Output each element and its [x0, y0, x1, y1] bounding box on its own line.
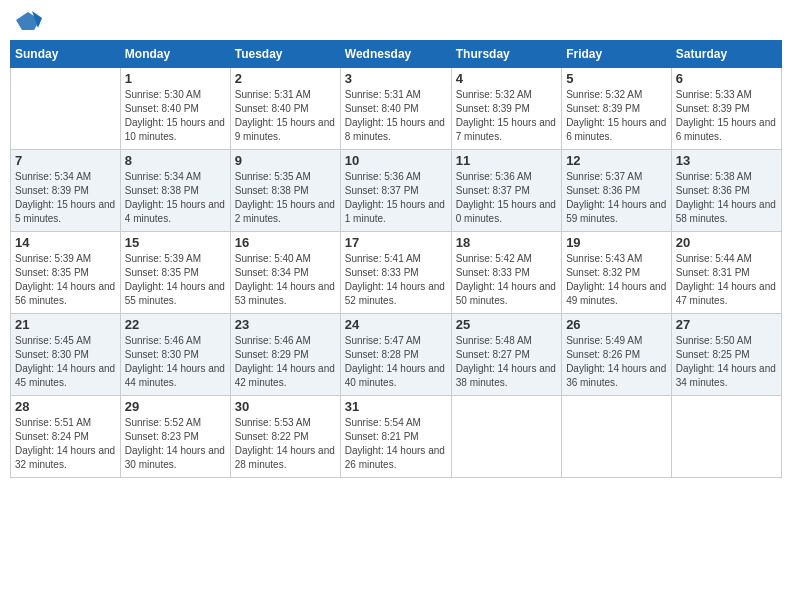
day-number: 28: [15, 399, 116, 414]
day-number: 27: [676, 317, 777, 332]
calendar-cell: 4Sunrise: 5:32 AMSunset: 8:39 PMDaylight…: [451, 68, 561, 150]
calendar-cell: 2Sunrise: 5:31 AMSunset: 8:40 PMDaylight…: [230, 68, 340, 150]
day-info: Sunrise: 5:30 AMSunset: 8:40 PMDaylight:…: [125, 88, 226, 144]
header-saturday: Saturday: [671, 41, 781, 68]
calendar-cell: 14Sunrise: 5:39 AMSunset: 8:35 PMDayligh…: [11, 232, 121, 314]
calendar-cell: 13Sunrise: 5:38 AMSunset: 8:36 PMDayligh…: [671, 150, 781, 232]
day-number: 23: [235, 317, 336, 332]
calendar-cell: 19Sunrise: 5:43 AMSunset: 8:32 PMDayligh…: [562, 232, 672, 314]
day-info: Sunrise: 5:37 AMSunset: 8:36 PMDaylight:…: [566, 170, 667, 226]
calendar-cell: 20Sunrise: 5:44 AMSunset: 8:31 PMDayligh…: [671, 232, 781, 314]
header-monday: Monday: [120, 41, 230, 68]
calendar-cell: 7Sunrise: 5:34 AMSunset: 8:39 PMDaylight…: [11, 150, 121, 232]
header-row: SundayMondayTuesdayWednesdayThursdayFrid…: [11, 41, 782, 68]
logo: [14, 10, 46, 32]
day-info: Sunrise: 5:47 AMSunset: 8:28 PMDaylight:…: [345, 334, 447, 390]
day-info: Sunrise: 5:50 AMSunset: 8:25 PMDaylight:…: [676, 334, 777, 390]
calendar-table: SundayMondayTuesdayWednesdayThursdayFrid…: [10, 40, 782, 478]
day-info: Sunrise: 5:48 AMSunset: 8:27 PMDaylight:…: [456, 334, 557, 390]
day-number: 16: [235, 235, 336, 250]
day-info: Sunrise: 5:36 AMSunset: 8:37 PMDaylight:…: [345, 170, 447, 226]
day-number: 3: [345, 71, 447, 86]
calendar-cell: 10Sunrise: 5:36 AMSunset: 8:37 PMDayligh…: [340, 150, 451, 232]
calendar-cell: 31Sunrise: 5:54 AMSunset: 8:21 PMDayligh…: [340, 396, 451, 478]
day-info: Sunrise: 5:54 AMSunset: 8:21 PMDaylight:…: [345, 416, 447, 472]
day-info: Sunrise: 5:31 AMSunset: 8:40 PMDaylight:…: [345, 88, 447, 144]
day-number: 22: [125, 317, 226, 332]
week-row-0: 1Sunrise: 5:30 AMSunset: 8:40 PMDaylight…: [11, 68, 782, 150]
day-number: 12: [566, 153, 667, 168]
header-tuesday: Tuesday: [230, 41, 340, 68]
day-number: 26: [566, 317, 667, 332]
day-info: Sunrise: 5:32 AMSunset: 8:39 PMDaylight:…: [566, 88, 667, 144]
calendar-cell: [562, 396, 672, 478]
day-number: 9: [235, 153, 336, 168]
calendar-cell: 15Sunrise: 5:39 AMSunset: 8:35 PMDayligh…: [120, 232, 230, 314]
day-number: 19: [566, 235, 667, 250]
day-info: Sunrise: 5:53 AMSunset: 8:22 PMDaylight:…: [235, 416, 336, 472]
calendar-cell: 6Sunrise: 5:33 AMSunset: 8:39 PMDaylight…: [671, 68, 781, 150]
calendar-cell: 18Sunrise: 5:42 AMSunset: 8:33 PMDayligh…: [451, 232, 561, 314]
calendar-cell: [451, 396, 561, 478]
day-info: Sunrise: 5:32 AMSunset: 8:39 PMDaylight:…: [456, 88, 557, 144]
calendar-cell: 3Sunrise: 5:31 AMSunset: 8:40 PMDaylight…: [340, 68, 451, 150]
day-number: 29: [125, 399, 226, 414]
day-number: 30: [235, 399, 336, 414]
day-number: 21: [15, 317, 116, 332]
calendar-cell: 8Sunrise: 5:34 AMSunset: 8:38 PMDaylight…: [120, 150, 230, 232]
day-info: Sunrise: 5:36 AMSunset: 8:37 PMDaylight:…: [456, 170, 557, 226]
calendar-cell: 23Sunrise: 5:46 AMSunset: 8:29 PMDayligh…: [230, 314, 340, 396]
day-number: 2: [235, 71, 336, 86]
day-info: Sunrise: 5:49 AMSunset: 8:26 PMDaylight:…: [566, 334, 667, 390]
day-number: 17: [345, 235, 447, 250]
page-header: [10, 10, 782, 32]
day-number: 5: [566, 71, 667, 86]
day-info: Sunrise: 5:35 AMSunset: 8:38 PMDaylight:…: [235, 170, 336, 226]
day-number: 25: [456, 317, 557, 332]
calendar-cell: 25Sunrise: 5:48 AMSunset: 8:27 PMDayligh…: [451, 314, 561, 396]
week-row-3: 21Sunrise: 5:45 AMSunset: 8:30 PMDayligh…: [11, 314, 782, 396]
calendar-cell: 26Sunrise: 5:49 AMSunset: 8:26 PMDayligh…: [562, 314, 672, 396]
day-number: 6: [676, 71, 777, 86]
day-number: 14: [15, 235, 116, 250]
day-info: Sunrise: 5:46 AMSunset: 8:29 PMDaylight:…: [235, 334, 336, 390]
calendar-cell: 12Sunrise: 5:37 AMSunset: 8:36 PMDayligh…: [562, 150, 672, 232]
day-number: 20: [676, 235, 777, 250]
day-info: Sunrise: 5:42 AMSunset: 8:33 PMDaylight:…: [456, 252, 557, 308]
day-info: Sunrise: 5:33 AMSunset: 8:39 PMDaylight:…: [676, 88, 777, 144]
calendar-cell: 22Sunrise: 5:46 AMSunset: 8:30 PMDayligh…: [120, 314, 230, 396]
day-number: 24: [345, 317, 447, 332]
header-sunday: Sunday: [11, 41, 121, 68]
day-info: Sunrise: 5:52 AMSunset: 8:23 PMDaylight:…: [125, 416, 226, 472]
day-info: Sunrise: 5:43 AMSunset: 8:32 PMDaylight:…: [566, 252, 667, 308]
week-row-2: 14Sunrise: 5:39 AMSunset: 8:35 PMDayligh…: [11, 232, 782, 314]
day-number: 4: [456, 71, 557, 86]
day-number: 15: [125, 235, 226, 250]
calendar-cell: [671, 396, 781, 478]
day-info: Sunrise: 5:31 AMSunset: 8:40 PMDaylight:…: [235, 88, 336, 144]
day-number: 7: [15, 153, 116, 168]
header-friday: Friday: [562, 41, 672, 68]
calendar-cell: 24Sunrise: 5:47 AMSunset: 8:28 PMDayligh…: [340, 314, 451, 396]
calendar-cell: 30Sunrise: 5:53 AMSunset: 8:22 PMDayligh…: [230, 396, 340, 478]
day-number: 18: [456, 235, 557, 250]
header-thursday: Thursday: [451, 41, 561, 68]
day-number: 10: [345, 153, 447, 168]
calendar-cell: 21Sunrise: 5:45 AMSunset: 8:30 PMDayligh…: [11, 314, 121, 396]
day-number: 8: [125, 153, 226, 168]
calendar-cell: 27Sunrise: 5:50 AMSunset: 8:25 PMDayligh…: [671, 314, 781, 396]
day-number: 1: [125, 71, 226, 86]
calendar-cell: [11, 68, 121, 150]
calendar-cell: 5Sunrise: 5:32 AMSunset: 8:39 PMDaylight…: [562, 68, 672, 150]
day-info: Sunrise: 5:41 AMSunset: 8:33 PMDaylight:…: [345, 252, 447, 308]
day-number: 13: [676, 153, 777, 168]
day-info: Sunrise: 5:51 AMSunset: 8:24 PMDaylight:…: [15, 416, 116, 472]
calendar-cell: 16Sunrise: 5:40 AMSunset: 8:34 PMDayligh…: [230, 232, 340, 314]
calendar-cell: 28Sunrise: 5:51 AMSunset: 8:24 PMDayligh…: [11, 396, 121, 478]
week-row-1: 7Sunrise: 5:34 AMSunset: 8:39 PMDaylight…: [11, 150, 782, 232]
day-info: Sunrise: 5:39 AMSunset: 8:35 PMDaylight:…: [15, 252, 116, 308]
calendar-cell: 29Sunrise: 5:52 AMSunset: 8:23 PMDayligh…: [120, 396, 230, 478]
day-info: Sunrise: 5:38 AMSunset: 8:36 PMDaylight:…: [676, 170, 777, 226]
day-number: 31: [345, 399, 447, 414]
day-number: 11: [456, 153, 557, 168]
